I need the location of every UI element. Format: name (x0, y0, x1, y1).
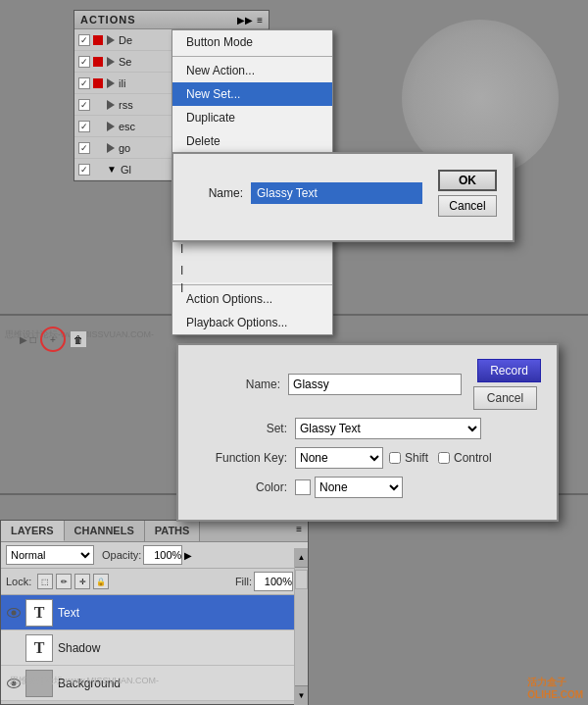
mini-delete-btn[interactable]: 🗑 (70, 330, 87, 348)
mini-action-bar: ▶ □ + 🗑 (20, 327, 87, 352)
new-action-fkey-row: Function Key: None Shift Control (194, 447, 541, 469)
plus-icon: + (50, 334, 56, 345)
action-label-7: Gl (121, 164, 131, 176)
opacity-arrow-icon[interactable]: ▶ (184, 550, 192, 561)
action-label-3: ili (119, 77, 125, 89)
action-label-5: esc (119, 121, 135, 132)
play-icon-5 (107, 122, 115, 131)
lock-label: Lock: (6, 576, 31, 587)
play-icon-4 (107, 100, 115, 110)
new-action-color-label: Color: (194, 480, 287, 494)
lock-all-btn[interactable]: 🔒 (93, 574, 109, 589)
play-icon-6 (107, 143, 115, 153)
actions-options-icon[interactable]: ≡ (257, 15, 263, 25)
new-action-set-row: Set: Glassy Text (194, 418, 541, 439)
eye-icon-text (7, 608, 21, 618)
lock-position-btn[interactable]: ✛ (74, 574, 90, 589)
action-label-6: go (119, 142, 130, 154)
lock-image-btn[interactable]: ✏ (56, 574, 72, 589)
new-set-btn-col: OK Cancel (430, 170, 497, 217)
layer-lock-row: Lock: ⬚ ✏ ✛ 🔒 Fill: ▶ (1, 569, 308, 595)
new-action-name-input[interactable] (288, 374, 462, 395)
menu-item-duplicate[interactable]: Duplicate (172, 106, 332, 129)
new-action-name-label: Name: (194, 378, 280, 391)
new-action-fkey-label: Function Key: (194, 451, 287, 465)
lock-all-icon: 🔒 (96, 578, 106, 586)
play-icon-2 (107, 57, 115, 67)
attribution-site2: OLIHE.COM (527, 689, 583, 700)
attribution-text: 活力盒子 OLIHE.COM (527, 676, 583, 700)
play-icon-1 (107, 35, 115, 45)
new-set-name-row: Name: OK Cancel (189, 170, 497, 217)
play-icon-3 (107, 78, 115, 88)
layers-panel-menu-icon[interactable]: ≡ (290, 521, 308, 541)
attribution-site1: 活力盒子 (527, 676, 583, 689)
control-label: Control (454, 451, 492, 465)
actions-panel-header: ACTIONS ▶▶ ≡ (74, 11, 269, 29)
tab-paths[interactable]: PATHS (145, 521, 201, 541)
check-1[interactable]: ✓ (78, 34, 90, 46)
new-set-name-input[interactable] (251, 182, 422, 204)
actions-panel-title: ACTIONS (80, 14, 136, 25)
check-3[interactable]: ✓ (78, 77, 90, 89)
check-7[interactable]: ✓ (78, 164, 90, 176)
scroll-down-icon[interactable]: ▼ (298, 691, 306, 700)
actions-header-icons: ▶▶ ≡ (237, 15, 263, 25)
red-indicator-3 (93, 78, 103, 88)
new-action-name-row: Name: Record Cancel (194, 359, 541, 410)
check-4[interactable]: ✓ (78, 99, 90, 111)
menu-item-button-mode[interactable]: Button Mode (172, 30, 332, 54)
tab-channels[interactable]: CHANNELS (65, 521, 145, 541)
opacity-label: Opacity: (102, 549, 141, 561)
new-action-color-row: Color: None (194, 477, 541, 498)
layer-thumb-text: T (25, 599, 53, 627)
red-indicator-2 (93, 57, 103, 67)
new-set-cancel-button[interactable]: Cancel (438, 195, 497, 217)
layer-row-shadow[interactable]: T Shadow (1, 630, 308, 666)
layer-thumb-shadow: T (25, 634, 53, 662)
menu-item-new-set[interactable]: New Set... (172, 82, 332, 106)
fill-input[interactable] (254, 572, 293, 591)
layer-visibility-text[interactable] (5, 604, 23, 622)
check-2[interactable]: ✓ (78, 56, 90, 68)
menu-item-new-action[interactable]: New Action... (172, 59, 332, 82)
blend-mode-select[interactable]: Normal (6, 545, 94, 565)
check-5[interactable]: ✓ (78, 121, 90, 132)
lock-position-icon: ✛ (79, 578, 86, 586)
dialog-inline-label: I (180, 242, 183, 256)
lock-transparent-btn[interactable]: ⬚ (37, 574, 53, 589)
check-6[interactable]: ✓ (78, 142, 90, 154)
menu-item-delete[interactable]: Delete (172, 129, 332, 153)
action-label-4: rss (119, 99, 133, 111)
watermark-text: 思维设计论坛-www.MISSVUAN.COM- (10, 675, 159, 687)
lock-transparent-icon: ⬚ (41, 578, 49, 586)
tab-layers[interactable]: LAYERS (1, 521, 65, 541)
new-action-circle-btn[interactable]: + (40, 327, 66, 352)
control-checkbox-label: Control (438, 451, 502, 465)
new-set-name-label: Name: (189, 186, 243, 200)
new-set-dialog: Name: OK Cancel (172, 152, 514, 242)
folder-expand-icon[interactable]: ▼ (107, 164, 117, 175)
shift-checkbox[interactable] (389, 452, 401, 464)
record-button[interactable]: Record (477, 359, 541, 382)
action-label-1: De (119, 34, 132, 46)
layer-name-shadow: Shadow (58, 641, 100, 655)
menu-item-playback-options[interactable]: Playback Options... (172, 311, 332, 334)
action-label-2: Se (119, 56, 131, 68)
new-action-set-select[interactable]: Glassy Text (295, 418, 481, 439)
color-swatch[interactable] (295, 479, 311, 495)
new-action-fkey-select[interactable]: None (295, 447, 383, 469)
opacity-input[interactable] (143, 545, 182, 565)
layers-scrollbar[interactable]: ▲ ▼ (294, 548, 308, 705)
scroll-up-icon[interactable]: ▲ (298, 553, 306, 562)
actions-menu-icon[interactable]: ▶▶ (237, 15, 253, 25)
new-action-cancel-button[interactable]: Cancel (473, 386, 537, 410)
new-action-color-select[interactable]: None (315, 477, 403, 498)
menu-separator-1 (172, 56, 332, 57)
layers-tabs: LAYERS CHANNELS PATHS ≡ (1, 521, 308, 542)
shift-checkbox-label: Shift (389, 451, 438, 465)
layer-row-text[interactable]: T Text (1, 595, 308, 630)
control-checkbox[interactable] (438, 452, 450, 464)
new-set-ok-button[interactable]: OK (438, 170, 497, 191)
lock-image-icon: ✏ (61, 578, 68, 586)
